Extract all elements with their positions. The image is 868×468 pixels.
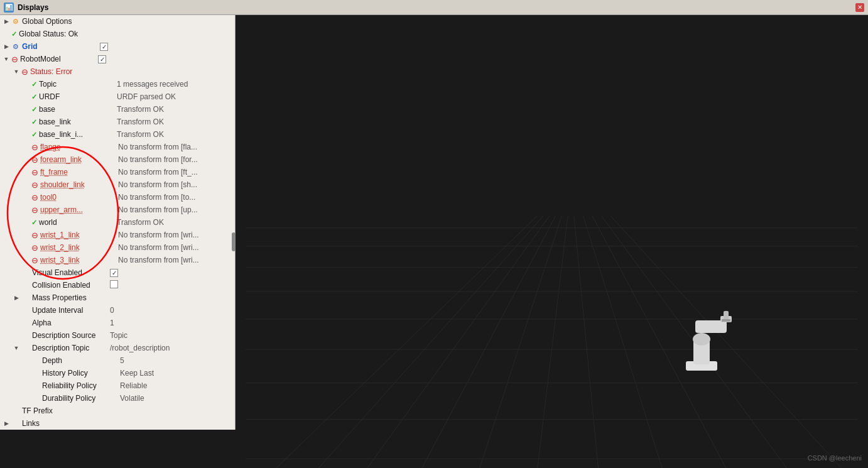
- 3d-viewport[interactable]: CSDN @leecheni: [236, 15, 868, 468]
- check-icon: ✓: [31, 219, 37, 227]
- tree-item-tf-prefix[interactable]: TF Prefix: [0, 405, 235, 417]
- svg-line-10: [276, 215, 538, 468]
- tree-item-history-policy[interactable]: History PolicyKeep Last: [0, 367, 235, 379]
- svg-point-23: [693, 333, 710, 346]
- check-icon: ✓: [31, 131, 37, 139]
- checkbox-checked[interactable]: ✓: [98, 55, 106, 63]
- expand-arrow[interactable]: [3, 55, 10, 63]
- tree-item-status-error[interactable]: ⊖Status: Error: [0, 65, 235, 78]
- item-label: Depth: [42, 356, 117, 365]
- item-value: Reliable: [120, 381, 147, 390]
- error-icon: ⊖: [31, 256, 38, 264]
- item-value: Transform OK: [117, 130, 164, 139]
- tree-item-ft-frame[interactable]: ⊖ft_frameNo transform from [ft_...: [0, 166, 235, 178]
- tree-item-shoulder-link[interactable]: ⊖shoulder_linkNo transform from [sh...: [0, 178, 235, 191]
- title-bar: 📊 Displays ✕: [0, 0, 868, 15]
- error-icon: ⊖: [31, 193, 38, 202]
- error-circle-icon: ⊖: [21, 68, 28, 76]
- svg-rect-27: [722, 319, 730, 322]
- tree-item-base[interactable]: ✓baseTransform OK: [0, 103, 235, 116]
- item-value: 1 messages received: [117, 80, 188, 89]
- item-label: base_link: [39, 117, 114, 126]
- item-value: 5: [120, 356, 124, 365]
- tree-item-forearm-link[interactable]: ⊖forearm_linkNo transform from [for...: [0, 153, 235, 166]
- expand-arrow[interactable]: [3, 420, 10, 427]
- tree-item-description-topic[interactable]: Description Topic/robot_description: [0, 342, 235, 354]
- tree-item-grid[interactable]: ⚙Grid✓: [0, 40, 235, 53]
- item-label: flange: [40, 143, 116, 151]
- tree-item-urdf[interactable]: ✓URDFURDF parsed OK: [0, 90, 235, 103]
- item-value: No transform from [for...: [118, 155, 198, 164]
- item-value: No transform from [fla...: [118, 143, 197, 151]
- item-value: No transform from [wri...: [118, 256, 199, 264]
- check-icon: ✓: [31, 118, 37, 126]
- expand-arrow[interactable]: [13, 68, 20, 75]
- tree-item-wrist-3-link[interactable]: ⊖wrist_3_linkNo transform from [wri...: [0, 254, 235, 266]
- robot-model: [661, 298, 742, 380]
- svg-rect-26: [724, 311, 729, 320]
- item-label: ft_frame: [40, 168, 116, 177]
- item-label: Grid: [22, 42, 97, 51]
- error-icon: ⊖: [31, 181, 38, 189]
- tree-item-links[interactable]: Links: [0, 417, 235, 430]
- tree-item-global-options[interactable]: ⚙Global Options: [0, 15, 235, 28]
- robot-error-icon: ⊖: [11, 55, 18, 63]
- tree-item-wrist-1-link[interactable]: ⊖wrist_1_linkNo transform from [wri...: [0, 229, 235, 241]
- title-bar-title: Displays: [18, 3, 48, 12]
- tree-item-tool0[interactable]: ⊖tool0No transform from [to...: [0, 191, 235, 204]
- item-label: tool0: [40, 193, 116, 202]
- grid-overlay: [236, 15, 868, 468]
- tree-item-description-source[interactable]: Description SourceTopic: [0, 329, 235, 342]
- svg-line-12: [367, 215, 550, 468]
- item-value: Transform OK: [117, 117, 164, 126]
- svg-line-15: [538, 215, 568, 468]
- checkbox-checked[interactable]: ✓: [110, 268, 118, 277]
- tree-item-robot-model[interactable]: ⊖RobotModel✓: [0, 53, 235, 65]
- item-value: Keep Last: [120, 369, 154, 378]
- tree-item-reliability-policy[interactable]: Reliability PolicyReliable: [0, 379, 235, 392]
- item-value: Topic: [110, 331, 127, 340]
- item-label: Reliability Policy: [42, 381, 117, 390]
- check-icon: ✓: [11, 30, 17, 38]
- tree-item-base-link-i[interactable]: ✓base_link_i...Transform OK: [0, 128, 235, 141]
- check-icon: ✓: [31, 80, 37, 89]
- expand-arrow[interactable]: [13, 294, 20, 302]
- expand-arrow[interactable]: [13, 344, 20, 352]
- gear-blue-icon: ⚙: [11, 42, 20, 51]
- tree-item-depth[interactable]: Depth5: [0, 354, 235, 367]
- tree-item-flange[interactable]: ⊖flangeNo transform from [fla...: [0, 141, 235, 153]
- checkbox-unchecked[interactable]: [110, 280, 118, 290]
- item-label: Global Status: Ok: [19, 30, 94, 38]
- expand-arrow[interactable]: [3, 43, 10, 50]
- tree-item-upper-arm[interactable]: ⊖upper_arm...No transform from [up...: [0, 204, 235, 216]
- svg-line-13: [422, 215, 556, 468]
- item-value: Volatile: [120, 394, 144, 403]
- close-button[interactable]: ✕: [855, 3, 864, 12]
- panel-container: ⚙Global Options✓Global Status: Ok⚙Grid✓⊖…: [0, 15, 236, 468]
- title-bar-icon: 📊: [4, 3, 14, 13]
- tree-item-wrist-2-link[interactable]: ⊖wrist_2_linkNo transform from [wri...: [0, 241, 235, 254]
- tree-item-topic[interactable]: ✓Topic1 messages received: [0, 78, 235, 90]
- item-label: shoulder_link: [40, 180, 116, 189]
- tree-item-alpha[interactable]: Alpha1: [0, 317, 235, 329]
- tree-item-collision-enabled[interactable]: Collision Enabled: [0, 279, 235, 291]
- tree-item-global-status[interactable]: ✓Global Status: Ok: [0, 28, 235, 40]
- check-icon: ✓: [31, 93, 37, 101]
- tree-item-visual-enabled[interactable]: Visual Enabled✓: [0, 266, 235, 279]
- item-label: Status: Error: [30, 67, 106, 76]
- item-label: wrist_2_link: [40, 243, 116, 252]
- tree-item-mass-properties[interactable]: Mass Properties: [0, 291, 235, 304]
- displays-panel[interactable]: ⚙Global Options✓Global Status: Ok⚙Grid✓⊖…: [0, 15, 236, 430]
- item-label: Durability Policy: [42, 394, 117, 403]
- error-icon: ⊖: [31, 156, 38, 164]
- tree-item-update-interval[interactable]: Update Interval0: [0, 304, 235, 317]
- checkbox-checked[interactable]: ✓: [100, 42, 108, 51]
- expand-arrow[interactable]: [3, 18, 10, 25]
- svg-line-17: [583, 215, 662, 468]
- tree-item-world[interactable]: ✓worldTransform OK: [0, 216, 235, 229]
- item-label: base: [39, 105, 114, 114]
- tree-item-base-link[interactable]: ✓base_linkTransform OK: [0, 116, 235, 128]
- item-value: No transform from [up...: [118, 205, 198, 214]
- item-label: Description Source: [32, 331, 107, 340]
- tree-item-durability-policy[interactable]: Durability PolicyVolatile: [0, 392, 235, 405]
